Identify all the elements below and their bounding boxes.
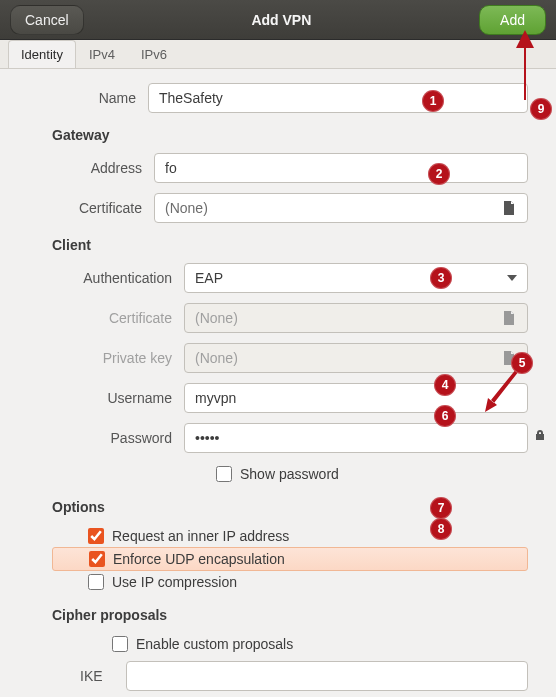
row-auth: Authentication EAP (24, 263, 528, 293)
row-opt-comp: Use IP compression (52, 571, 528, 593)
row-enable-custom: Enable custom proposals (52, 633, 528, 655)
titlebar: Cancel Add VPN Add (0, 0, 556, 40)
opt-inner-label: Request an inner IP address (112, 528, 289, 544)
show-password-checkbox[interactable] (216, 466, 232, 482)
section-gateway: Gateway (52, 127, 528, 143)
tab-identity[interactable]: Identity (8, 40, 76, 68)
gateway-cert-chooser[interactable]: (None) (154, 193, 528, 223)
row-gateway-cert: Certificate (None) (24, 193, 528, 223)
row-show-password: Show password (52, 463, 528, 485)
annotation-badge-7: 7 (430, 497, 452, 519)
name-input[interactable] (148, 83, 528, 113)
section-options: Options (52, 499, 528, 515)
section-client: Client (52, 237, 528, 253)
enable-custom-label: Enable custom proposals (136, 636, 293, 652)
annotation-badge-8: 8 (430, 518, 452, 540)
client-cert-label: Certificate (24, 310, 184, 326)
name-label: Name (28, 90, 148, 106)
auth-value: EAP (195, 270, 223, 286)
row-opt-inner: Request an inner IP address (52, 525, 528, 547)
address-label: Address (24, 160, 154, 176)
opt-udp-checkbox[interactable] (89, 551, 105, 567)
document-icon (501, 310, 517, 326)
username-input[interactable] (184, 383, 528, 413)
annotation-badge-6: 6 (434, 405, 456, 427)
opt-udp-label: Enforce UDP encapsulation (113, 551, 285, 567)
row-opt-udp: Enforce UDP encapsulation (52, 547, 528, 571)
show-password-label: Show password (240, 466, 339, 482)
annotation-badge-9: 9 (530, 98, 552, 120)
row-ike: IKE (80, 661, 528, 691)
address-input[interactable] (154, 153, 528, 183)
auth-select[interactable]: EAP (184, 263, 528, 293)
annotation-badge-3: 3 (430, 267, 452, 289)
tab-bar: Identity IPv4 IPv6 (0, 40, 556, 69)
row-address: Address (24, 153, 528, 183)
private-key-chooser: (None) (184, 343, 528, 373)
enable-custom-checkbox[interactable] (112, 636, 128, 652)
gateway-cert-value: (None) (165, 200, 208, 216)
opt-inner-checkbox[interactable] (88, 528, 104, 544)
annotation-badge-2: 2 (428, 163, 450, 185)
private-key-value: (None) (195, 350, 238, 366)
tab-ipv6[interactable]: IPv6 (128, 40, 180, 68)
row-private-key: Private key (None) (24, 343, 528, 373)
ike-input[interactable] (126, 661, 528, 691)
document-icon (501, 200, 517, 216)
client-cert-value: (None) (195, 310, 238, 326)
private-key-label: Private key (24, 350, 184, 366)
ike-label: IKE (80, 668, 116, 684)
cipher-block: Enable custom proposals IKE ESP (52, 633, 528, 697)
annotation-arrow-9 (510, 30, 540, 100)
content-area: Name Gateway Address Certificate (None) … (0, 69, 556, 697)
section-cipher: Cipher proposals (52, 607, 528, 623)
password-store-icon[interactable] (532, 428, 548, 448)
auth-label: Authentication (24, 270, 184, 286)
cancel-button[interactable]: Cancel (10, 5, 84, 35)
annotation-arrow-5 (485, 368, 521, 412)
row-client-cert: Certificate (None) (24, 303, 528, 333)
opt-comp-label: Use IP compression (112, 574, 237, 590)
options-block: Request an inner IP address Enforce UDP … (52, 525, 528, 593)
gateway-cert-label: Certificate (24, 200, 154, 216)
row-name: Name (28, 83, 528, 113)
annotation-badge-5: 5 (511, 352, 533, 374)
row-password: Password (24, 423, 528, 453)
chevron-down-icon (507, 275, 517, 281)
client-cert-chooser: (None) (184, 303, 528, 333)
dialog-title: Add VPN (251, 12, 311, 28)
password-input[interactable] (184, 423, 528, 453)
tab-ipv4[interactable]: IPv4 (76, 40, 128, 68)
annotation-badge-1: 1 (422, 90, 444, 112)
opt-comp-checkbox[interactable] (88, 574, 104, 590)
annotation-badge-4: 4 (434, 374, 456, 396)
username-label: Username (24, 390, 184, 406)
password-label: Password (24, 430, 184, 446)
